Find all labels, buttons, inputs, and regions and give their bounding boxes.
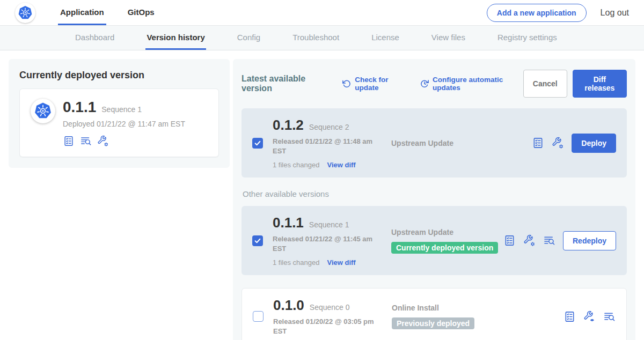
sequence-label: Sequence 0 bbox=[310, 303, 350, 312]
view-logs-icon[interactable] bbox=[603, 311, 616, 323]
version-checkbox[interactable] bbox=[252, 235, 263, 246]
deployed-sequence-label: Sequence 1 bbox=[101, 105, 142, 114]
app-sub-nav: Dashboard Version history Config Trouble… bbox=[0, 26, 644, 50]
currently-deployed-title: Currently deployed version bbox=[19, 70, 219, 81]
preflight-checklist-icon[interactable] bbox=[63, 135, 75, 147]
redeploy-button[interactable]: Redeploy bbox=[563, 231, 616, 250]
scheduled-update-icon bbox=[420, 79, 429, 88]
configure-automatic-updates-link[interactable]: Configure automatic updates bbox=[420, 76, 523, 92]
version-row-0-1-0: 0.1.0 Sequence 0 Released 01/20/22 @ 03:… bbox=[241, 288, 627, 340]
version-source-label: Online Install bbox=[392, 304, 564, 312]
edit-config-icon[interactable] bbox=[523, 234, 536, 247]
view-diff-link[interactable]: View diff bbox=[327, 161, 355, 169]
deployed-version-card: 0.1.1 Sequence 1 Deployed 01/21/22 @ 11:… bbox=[19, 88, 219, 157]
version-row-0-1-2: 0.1.2 Sequence 2 Released 01/21/22 @ 11:… bbox=[241, 108, 627, 178]
preflight-checklist-icon[interactable] bbox=[532, 137, 544, 149]
tab-dashboard[interactable]: Dashboard bbox=[74, 26, 115, 50]
version-source-label: Upstream Update bbox=[391, 228, 503, 236]
tab-config[interactable]: Config bbox=[236, 26, 261, 50]
other-available-versions-label: Other available versions bbox=[243, 189, 627, 198]
add-new-application-button[interactable]: Add a new application bbox=[487, 4, 587, 22]
tab-application[interactable]: Application bbox=[58, 0, 106, 25]
cancel-button[interactable]: Cancel bbox=[523, 70, 567, 98]
previously-deployed-badge: Previously deployed bbox=[392, 317, 474, 329]
kubernetes-logo bbox=[31, 99, 55, 123]
released-timestamp: Released 01/21/22 @ 11:45 am EST bbox=[273, 234, 388, 253]
version-history-header: Latest available version Check for updat… bbox=[241, 70, 627, 98]
version-row-0-1-1: 0.1.1 Sequence 1 Released 01/21/22 @ 11:… bbox=[241, 206, 627, 275]
main-content: Currently deployed version 0.1.1 Sequenc… bbox=[0, 50, 644, 340]
view-config-icon[interactable] bbox=[583, 311, 596, 323]
tab-registry-settings[interactable]: Registry settings bbox=[496, 26, 558, 50]
version-checkbox[interactable] bbox=[252, 138, 263, 149]
logout-link[interactable]: Log out bbox=[601, 8, 629, 18]
kubernetes-logo[interactable] bbox=[15, 3, 35, 23]
files-changed-label: 1 files changed bbox=[273, 161, 319, 169]
tab-troubleshoot[interactable]: Troubleshoot bbox=[291, 26, 340, 50]
sequence-label: Sequence 1 bbox=[309, 220, 349, 229]
diff-releases-button[interactable]: Diff releases bbox=[573, 70, 627, 98]
edit-config-icon[interactable] bbox=[97, 135, 109, 147]
deployed-timestamp: Deployed 01/21/22 @ 11:47 am EST bbox=[63, 120, 185, 128]
version-number: 0.1.0 bbox=[273, 297, 304, 314]
preflight-checklist-icon[interactable] bbox=[564, 311, 576, 323]
latest-available-title: Latest available version bbox=[241, 74, 330, 93]
deploy-button[interactable]: Deploy bbox=[572, 134, 616, 153]
sequence-label: Sequence 2 bbox=[309, 123, 349, 131]
version-checkbox[interactable] bbox=[253, 311, 264, 322]
currently-deployed-badge: Currently deployed version bbox=[391, 242, 498, 254]
tab-view-files[interactable]: View files bbox=[430, 26, 466, 50]
view-logs-icon[interactable] bbox=[543, 234, 555, 247]
tab-version-history[interactable]: Version history bbox=[145, 26, 206, 50]
version-number: 0.1.1 bbox=[273, 215, 304, 231]
view-diff-link[interactable]: View diff bbox=[327, 258, 355, 267]
top-nav: Application GitOps Add a new application… bbox=[0, 0, 644, 26]
check-for-update-link[interactable]: Check for update bbox=[342, 76, 408, 92]
edit-config-icon[interactable] bbox=[552, 137, 564, 149]
released-timestamp: Released 01/20/22 @ 03:05 pm EST bbox=[273, 317, 389, 336]
app-nav-tabs: Application GitOps bbox=[58, 0, 157, 25]
deployed-version-number: 0.1.1 bbox=[63, 99, 96, 116]
files-changed-label: 1 files changed bbox=[273, 258, 319, 267]
tab-license[interactable]: License bbox=[370, 26, 400, 50]
released-timestamp: Released 01/21/22 @ 11:48 am EST bbox=[273, 137, 388, 156]
version-history-panel: Latest available version Check for updat… bbox=[233, 59, 635, 340]
refresh-icon bbox=[342, 79, 352, 88]
view-logs-icon[interactable] bbox=[80, 135, 92, 147]
preflight-checklist-icon[interactable] bbox=[503, 234, 516, 247]
tab-gitops[interactable]: GitOps bbox=[126, 0, 157, 25]
version-source-label: Upstream Update bbox=[391, 139, 532, 147]
version-number: 0.1.2 bbox=[273, 117, 304, 134]
currently-deployed-panel: Currently deployed version 0.1.1 Sequenc… bbox=[9, 59, 230, 168]
